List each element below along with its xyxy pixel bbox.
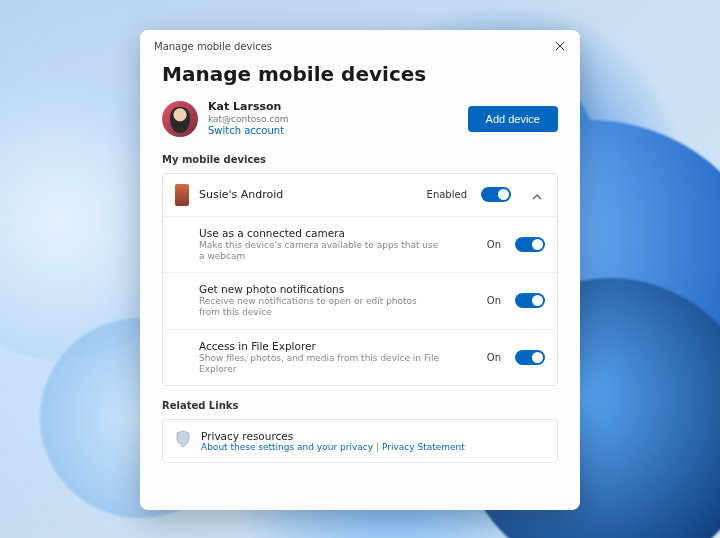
connected-camera-toggle[interactable] xyxy=(515,237,545,252)
close-icon xyxy=(555,41,565,51)
window-title: Manage mobile devices xyxy=(154,41,272,52)
privacy-card: Privacy resources About these settings a… xyxy=(162,419,558,463)
device-name: Susie's Android xyxy=(199,188,417,201)
close-button[interactable] xyxy=(550,36,570,56)
page-heading: Manage mobile devices xyxy=(162,62,558,86)
setting-state-label: On xyxy=(487,239,501,250)
setting-connected-camera: Use as a connected camera Make this devi… xyxy=(163,217,557,274)
chevron-up-icon xyxy=(529,185,545,204)
setting-photo-notifications: Get new photo notifications Receive new … xyxy=(163,273,557,330)
setting-desc: Show files, photos, and media from this … xyxy=(199,353,439,376)
setting-title: Get new photo notifications xyxy=(199,283,477,295)
file-explorer-toggle[interactable] xyxy=(515,350,545,365)
privacy-links: About these settings and your privacy|Pr… xyxy=(201,442,465,452)
settings-window: Manage mobile devices Manage mobile devi… xyxy=(140,30,580,510)
avatar xyxy=(162,101,198,137)
setting-desc: Receive new notifications to open or edi… xyxy=(199,296,439,319)
photo-notifications-toggle[interactable] xyxy=(515,293,545,308)
privacy-title: Privacy resources xyxy=(201,430,465,442)
device-card: Susie's Android Enabled Use as a connect… xyxy=(162,173,558,387)
account-email: kat@contoso.com xyxy=(208,114,288,125)
devices-section-label: My mobile devices xyxy=(162,154,558,165)
setting-desc: Make this device's camera available to a… xyxy=(199,240,439,263)
device-status-label: Enabled xyxy=(427,189,467,200)
device-header[interactable]: Susie's Android Enabled xyxy=(163,174,557,217)
privacy-link-about[interactable]: About these settings and your privacy xyxy=(201,442,373,452)
setting-state-label: On xyxy=(487,352,501,363)
setting-title: Access in File Explorer xyxy=(199,340,477,352)
account-name: Kat Larsson xyxy=(208,100,288,114)
titlebar: Manage mobile devices xyxy=(140,30,580,58)
add-device-button[interactable]: Add device xyxy=(468,106,558,132)
privacy-link-statement[interactable]: Privacy Statement xyxy=(382,442,465,452)
setting-title: Use as a connected camera xyxy=(199,227,477,239)
related-section-label: Related Links xyxy=(162,400,558,411)
setting-state-label: On xyxy=(487,295,501,306)
content-area: Manage mobile devices Kat Larsson kat@co… xyxy=(140,58,580,510)
account-row: Kat Larsson kat@contoso.com Switch accou… xyxy=(162,100,558,138)
setting-file-explorer: Access in File Explorer Show files, phot… xyxy=(163,330,557,386)
switch-account-link[interactable]: Switch account xyxy=(208,125,288,138)
phone-icon xyxy=(175,184,189,206)
shield-icon xyxy=(175,430,191,448)
device-enable-toggle[interactable] xyxy=(481,187,511,202)
